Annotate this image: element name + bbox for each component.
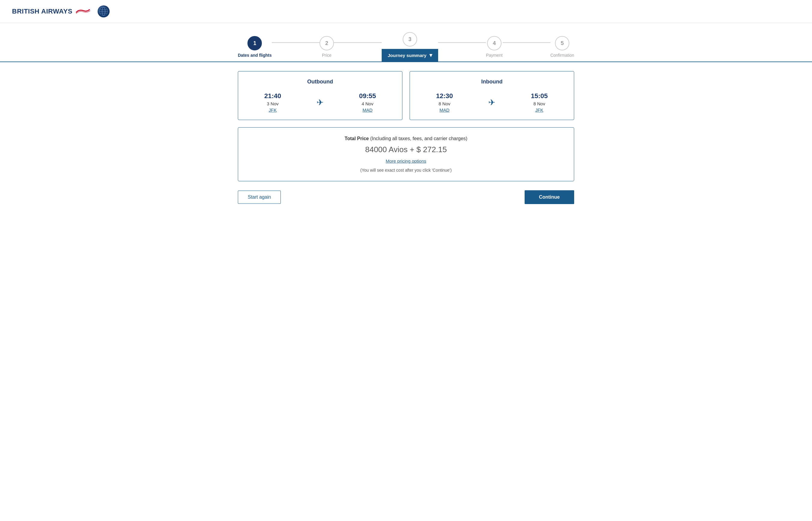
price-value: 84000 Avios + $ 272.15: [248, 145, 564, 154]
inbound-depart-airport[interactable]: MAD: [433, 108, 457, 113]
outbound-flight-info: 21:40 3 Nov JFK ✈ 09:55 4 Nov MAD: [248, 92, 393, 113]
step-3[interactable]: 3 Journey summary ▾: [382, 32, 438, 62]
continue-button[interactable]: Continue: [525, 190, 574, 204]
inbound-departure: 12:30 8 Nov MAD: [433, 92, 457, 113]
british-airways-logo: BRITISH AIRWAYS: [12, 7, 90, 16]
inbound-depart-time: 12:30: [433, 92, 457, 100]
step-2-circle: 2: [320, 36, 334, 50]
outbound-depart-airport[interactable]: JFK: [261, 108, 285, 113]
step-4-circle: 4: [487, 36, 502, 50]
step-5[interactable]: 5 Confirmation: [550, 36, 574, 58]
header: BRITISH AIRWAYS: [0, 0, 812, 23]
inbound-title: Inbound: [419, 78, 564, 85]
inbound-arrive-airport[interactable]: JFK: [527, 108, 551, 113]
price-box: Total Price (Including all taxes, fees, …: [238, 127, 574, 181]
outbound-arrive-date: 4 Nov: [355, 101, 379, 106]
step-2[interactable]: 2 Price: [320, 36, 334, 58]
step-1-label: Dates and flights: [238, 53, 272, 58]
flight-cards: Outbound 21:40 3 Nov JFK ✈ 09:55 4 Nov M…: [238, 71, 574, 120]
price-title-rest: (Including all taxes, fees, and carrier …: [369, 136, 467, 141]
inbound-depart-date: 8 Nov: [433, 101, 457, 106]
step-2-label: Price: [322, 53, 331, 58]
journey-summary-label: Journey summary: [388, 53, 426, 58]
inbound-flight-info: 12:30 8 Nov MAD ✈ 15:05 8 Nov JFK: [419, 92, 564, 113]
step-3-circle: 3: [403, 32, 417, 47]
outbound-card: Outbound 21:40 3 Nov JFK ✈ 09:55 4 Nov M…: [238, 71, 402, 120]
oneworld-logo: [97, 5, 110, 17]
inbound-arrive-date: 8 Nov: [527, 101, 551, 106]
connector-2-3: [334, 42, 382, 43]
step-1-circle: 1: [247, 36, 262, 50]
more-pricing-link[interactable]: More pricing options: [386, 158, 426, 163]
price-title: Total Price (Including all taxes, fees, …: [248, 136, 564, 141]
step-5-circle: 5: [555, 36, 569, 50]
outbound-depart-time: 21:40: [261, 92, 285, 100]
outbound-arrive-airport[interactable]: MAD: [355, 108, 379, 113]
connector-3-4: [438, 42, 486, 43]
step-1[interactable]: 1 Dates and flights: [238, 36, 272, 58]
connector-1-2: [272, 42, 320, 43]
outbound-arrival: 09:55 4 Nov MAD: [355, 92, 379, 113]
main-content: Outbound 21:40 3 Nov JFK ✈ 09:55 4 Nov M…: [226, 71, 586, 181]
step-5-label: Confirmation: [550, 53, 574, 58]
step-4-label: Payment: [486, 53, 502, 58]
progress-stepper: 1 Dates and flights 2 Price 3: [238, 32, 574, 62]
price-note: (You will see exact cost after you click…: [248, 168, 564, 173]
plane-right-icon: ✈: [316, 97, 324, 108]
outbound-departure: 21:40 3 Nov JFK: [261, 92, 285, 113]
start-again-button[interactable]: Start again: [238, 190, 281, 204]
outbound-arrive-time: 09:55: [355, 92, 379, 100]
journey-summary-button[interactable]: Journey summary ▾: [382, 49, 438, 62]
ba-chevron-icon: [75, 7, 90, 16]
outbound-depart-date: 3 Nov: [261, 101, 285, 106]
stepper-section: 1 Dates and flights 2 Price 3: [0, 23, 812, 62]
logo-text: BRITISH AIRWAYS: [12, 7, 72, 15]
plane-right-icon-inbound: ✈: [488, 97, 495, 108]
connector-4-5: [503, 42, 550, 43]
button-row: Start again Continue: [226, 190, 586, 204]
outbound-title: Outbound: [248, 78, 393, 85]
price-title-bold: Total Price: [345, 136, 369, 141]
chevron-down-icon: ▾: [430, 52, 432, 59]
step-4[interactable]: 4 Payment: [486, 36, 502, 58]
inbound-arrival: 15:05 8 Nov JFK: [527, 92, 551, 113]
inbound-arrive-time: 15:05: [527, 92, 551, 100]
inbound-card: Inbound 12:30 8 Nov MAD ✈ 15:05 8 Nov JF…: [410, 71, 574, 120]
